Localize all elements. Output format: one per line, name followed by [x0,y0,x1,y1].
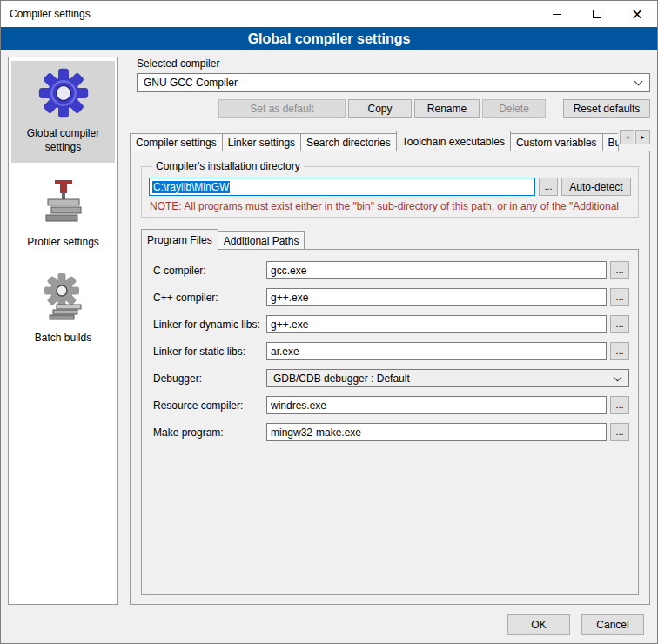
tab-scroll-right-button[interactable]: ► [635,130,650,144]
c-compiler-browse-button[interactable]: ... [610,261,629,279]
main-panel: Selected compiler GNU GCC Compiler Set a… [130,57,650,605]
installation-directory-input[interactable]: C:\raylib\MinGW [149,178,535,196]
installation-directory-group: Compiler's installation directory C:\ray… [141,160,639,218]
close-button[interactable]: × [617,1,657,27]
minimize-button[interactable] [537,1,577,27]
sidebar-item-label: Profiler settings [27,236,99,250]
compiler-select[interactable]: GNU GCC Compiler [137,73,650,92]
delete-button[interactable]: Delete [482,99,546,118]
title-bar: Compiler settings × [1,1,657,27]
sidebar-item-label: Global compiler settings [13,127,113,154]
debugger-select-value: GDB/CDB debugger : Default [273,372,609,385]
compiler-select-value: GNU GCC Compiler [144,77,630,89]
linker-static-input[interactable] [266,342,607,360]
bin-subdirectory-note: NOTE: All programs must exist either in … [150,200,630,212]
linker-dynamic-label: Linker for dynamic libs: [153,319,266,331]
cpp-compiler-label: C++ compiler: [153,292,266,304]
compiler-actions: Set as default Copy Rename Delete Reset … [130,99,650,118]
linker-static-label: Linker for static libs: [153,345,266,358]
settings-sidebar: Global compiler settings Profiler settin… [8,57,118,605]
cpp-compiler-row: C++ compiler: ... [153,288,629,306]
gear-icon [38,68,89,121]
tab-search-directories[interactable]: Search directories [300,133,397,151]
installation-directory-value: C:\raylib\MinGW [152,181,230,193]
dialog-footer: OK Cancel [1,608,657,643]
minimize-icon [553,14,561,15]
resource-compiler-row: Resource compiler: ... [153,396,629,414]
c-compiler-row: C compiler: ... [153,261,629,279]
chevron-down-icon [614,372,622,381]
sidebar-item-global-compiler-settings[interactable]: Global compiler settings [11,61,115,163]
chevron-down-icon [634,77,643,86]
rename-button[interactable]: Rename [414,99,480,118]
tab-additional-paths[interactable]: Additional Paths [218,231,306,249]
toolchain-executables-panel: Compiler's installation directory C:\ray… [130,151,650,605]
sidebar-item-profiler-settings[interactable]: Profiler settings [11,170,115,258]
linker-dynamic-row: Linker for dynamic libs: ... [153,315,629,333]
sidebar-item-label: Batch builds [35,332,91,345]
batch-gears-icon [39,272,88,325]
resource-compiler-label: Resource compiler: [153,399,266,412]
tab-build-options[interactable]: Buil [602,133,619,151]
program-files-panel: C compiler: ... C++ compiler: ... Linker… [141,249,639,595]
linker-static-row: Linker for static libs: ... [153,342,629,360]
page-title: Global compiler settings [1,27,657,50]
debugger-label: Debugger: [153,372,266,385]
resource-compiler-input[interactable] [266,396,607,414]
maximize-button[interactable] [577,1,617,27]
cpp-compiler-input[interactable] [266,288,607,306]
tab-toolchain-executables[interactable]: Toolchain executables [396,131,511,151]
profiler-clamp-icon [41,177,86,230]
tab-program-files[interactable]: Program Files [141,229,218,250]
linker-dynamic-browse-button[interactable]: ... [610,315,629,333]
tab-compiler-settings[interactable]: Compiler settings [130,133,223,151]
ok-button[interactable]: OK [507,614,570,635]
installation-directory-browse-button[interactable]: ... [539,178,558,196]
debugger-select[interactable]: GDB/CDB debugger : Default [266,369,629,387]
linker-static-browse-button[interactable]: ... [610,342,629,360]
subtab-strip: Program Files Additional Paths [141,228,639,249]
make-program-label: Make program: [153,426,266,439]
tab-strip: Compiler settings Linker settings Search… [130,130,650,151]
sidebar-item-batch-builds[interactable]: Batch builds [11,265,115,354]
make-program-row: Make program: ... [153,423,629,441]
window-controls: × [537,1,657,27]
selected-compiler-label: Selected compiler [137,57,650,70]
c-compiler-label: C compiler: [153,265,266,277]
auto-detect-button[interactable]: Auto-detect [561,178,631,196]
close-icon: × [631,7,643,22]
maximize-icon [593,10,601,18]
cancel-button[interactable]: Cancel [581,614,644,635]
tab-scroll-left-button[interactable]: ◄ [620,130,634,144]
tab-linker-settings[interactable]: Linker settings [222,133,301,151]
dialog-body: Global compiler settings Profiler settin… [1,50,657,608]
c-compiler-input[interactable] [266,261,607,279]
make-program-browse-button[interactable]: ... [610,423,629,441]
installation-directory-row: C:\raylib\MinGW ... Auto-detect [149,178,631,196]
resource-compiler-browse-button[interactable]: ... [610,396,629,414]
tab-custom-variables[interactable]: Custom variables [510,133,603,151]
compiler-settings-window: Compiler settings × Global compiler sett… [0,0,658,644]
set-as-default-button[interactable]: Set as default [218,99,346,118]
make-program-input[interactable] [266,423,607,441]
tab-scroll-buttons: ◄ ► [618,130,650,144]
linker-dynamic-input[interactable] [266,315,607,333]
cpp-compiler-browse-button[interactable]: ... [610,288,629,306]
reset-defaults-button[interactable]: Reset defaults [563,99,650,118]
installation-directory-title: Compiler's installation directory [152,160,304,172]
copy-button[interactable]: Copy [348,99,412,118]
window-title: Compiler settings [1,8,91,20]
debugger-row: Debugger: GDB/CDB debugger : Default [153,369,629,387]
